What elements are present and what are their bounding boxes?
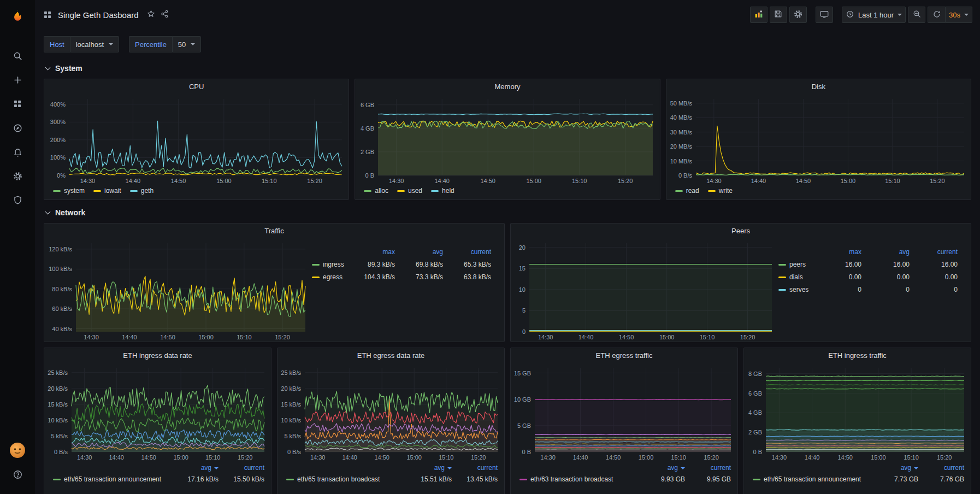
legend-value: 0: [910, 286, 958, 293]
sidebar-item-dashboards[interactable]: [5, 93, 30, 117]
cpu-graph[interactable]: 0%100%200%300%400%14:3014:4014:5015:0015…: [44, 95, 349, 185]
sidebar-item-create[interactable]: [5, 69, 30, 93]
legend-sort-avg[interactable]: avg: [866, 464, 918, 472]
variable-host: Host localhost: [44, 36, 119, 52]
legend-row: dials0.000.000.00: [778, 270, 958, 283]
user-profile-button[interactable]: [5, 439, 30, 463]
star-button[interactable]: [146, 9, 156, 21]
peers-graph[interactable]: 0510152014:3014:4014:5015:0015:1015:20: [511, 239, 778, 342]
legend-item[interactable]: used: [397, 187, 422, 195]
traffic-graph[interactable]: 40 kB/s60 kB/s80 kB/s100 kB/s120 kB/s14:…: [44, 239, 312, 342]
svg-text:50 MB/s: 50 MB/s: [670, 100, 692, 107]
legend-sort-max[interactable]: max: [347, 248, 395, 256]
eth-ingress-data-rate-graph[interactable]: 0 B/s5 kB/s10 kB/s15 kB/s20 kB/s25 kB/s1…: [44, 363, 271, 462]
legend-sort-max[interactable]: max: [813, 248, 861, 256]
panel-title[interactable]: ETH egress data rate: [278, 348, 504, 363]
eth-egress-traffic-graph[interactable]: 0 B5 GB10 GB15 GB14:3014:4014:5015:0015:…: [511, 363, 737, 462]
legend-sort-current[interactable]: current: [918, 464, 964, 472]
svg-text:14:40: 14:40: [751, 178, 766, 184]
panel-title[interactable]: Memory: [355, 79, 659, 95]
save-dashboard-button[interactable]: [770, 7, 787, 23]
add-panel-button[interactable]: [750, 7, 768, 23]
sidebar-item-search[interactable]: [5, 45, 30, 69]
svg-text:14:40: 14:40: [109, 454, 124, 461]
sidebar-item-explore[interactable]: [5, 117, 30, 141]
apps-icon: [13, 99, 22, 111]
network-panels-top: Traffic 40 kB/s60 kB/s80 kB/s100 kB/s120…: [44, 223, 971, 342]
variable-percentile-label[interactable]: Percentile: [129, 36, 172, 52]
legend-sort-avg[interactable]: avg: [861, 248, 910, 256]
legend-sort-current[interactable]: current: [443, 248, 491, 256]
svg-text:60 kB/s: 60 kB/s: [52, 305, 72, 312]
legend-sort-current[interactable]: current: [219, 464, 264, 472]
legend-item[interactable]: held: [431, 187, 454, 195]
legend-item[interactable]: geth: [130, 187, 154, 195]
legend-series-name[interactable]: eth/65 transaction broadcast: [286, 475, 399, 483]
grafana-logo[interactable]: [5, 5, 29, 30]
legend-series-name[interactable]: ingress: [312, 261, 347, 268]
svg-text:20 kB/s: 20 kB/s: [48, 385, 68, 392]
help-button[interactable]: [5, 463, 30, 487]
svg-text:400%: 400%: [50, 101, 66, 108]
panel-title[interactable]: Disk: [666, 79, 971, 95]
dashboard-title[interactable]: Single Geth Dasboard: [58, 10, 139, 20]
zoom-out-button[interactable]: [908, 7, 925, 23]
legend-item[interactable]: system: [53, 187, 85, 195]
compass-icon: [13, 123, 23, 136]
svg-text:14:50: 14:50: [481, 178, 496, 184]
variable-percentile-select[interactable]: 50: [172, 36, 201, 52]
panel-title[interactable]: ETH ingress data rate: [44, 348, 271, 363]
sidebar-item-configuration[interactable]: [5, 165, 30, 189]
variable-host-label[interactable]: Host: [44, 36, 70, 52]
legend-series-name[interactable]: eth/65 transaction announcement: [53, 475, 166, 483]
time-range-button[interactable]: Last 1 hour: [842, 7, 906, 23]
panel-title[interactable]: Traffic: [44, 224, 504, 239]
svg-text:15:10: 15:10: [439, 454, 454, 461]
legend-series-name[interactable]: peers: [778, 261, 813, 268]
legend-sort-current[interactable]: current: [452, 464, 498, 472]
legend-series-name[interactable]: serves: [778, 286, 813, 293]
svg-text:0 B/s: 0 B/s: [54, 449, 68, 455]
panel-title[interactable]: Peers: [511, 224, 971, 239]
legend-sort-current[interactable]: current: [685, 464, 731, 472]
panel-title[interactable]: ETH egress traffic: [511, 348, 737, 363]
variable-host-select[interactable]: localhost: [70, 36, 119, 52]
legend-sort-current[interactable]: current: [910, 248, 958, 256]
row-toggle-system[interactable]: System: [44, 61, 971, 75]
sidebar-item-alerting[interactable]: [5, 141, 30, 165]
legend-item[interactable]: write: [708, 187, 733, 195]
legend-value: 63.8 kB/s: [443, 273, 491, 281]
refresh-button[interactable]: [928, 7, 945, 23]
svg-text:15:00: 15:00: [840, 178, 855, 184]
memory-graph[interactable]: 0 B2 GB4 GB6 GB14:3014:4014:5015:0015:10…: [355, 95, 659, 185]
chevron-down-icon: [964, 14, 969, 16]
legend-value: 16.00: [813, 261, 861, 268]
refresh-interval-button[interactable]: 30s: [945, 7, 972, 23]
legend-value: 16.00: [861, 261, 910, 268]
legend-series-name[interactable]: eth/63 transaction broadcast: [519, 475, 633, 483]
eth-egress-data-rate-graph[interactable]: 0 B/s5 kB/s10 kB/s15 kB/s20 kB/s25 kB/s1…: [278, 363, 504, 462]
legend-item[interactable]: alloc: [364, 187, 388, 195]
legend-sort-avg[interactable]: avg: [166, 464, 219, 472]
legend-series-name[interactable]: dials: [778, 273, 813, 281]
share-button[interactable]: [160, 9, 169, 21]
svg-text:14:40: 14:40: [435, 178, 450, 184]
disk-graph[interactable]: 0 B/s10 MB/s20 MB/s30 MB/s40 MB/s50 MB/s…: [666, 95, 971, 185]
legend-sort-avg[interactable]: avg: [395, 248, 443, 256]
legend-series-name[interactable]: eth/65 transaction announcement: [753, 475, 866, 483]
row-toggle-network[interactable]: Network: [44, 205, 971, 220]
legend-series-name[interactable]: egress: [312, 273, 347, 281]
legend-item[interactable]: read: [675, 187, 699, 195]
legend-item[interactable]: iowait: [93, 187, 121, 195]
eth-ingress-traffic-graph[interactable]: 0 B2 GB4 GB6 GB8 GB14:3014:4014:5015:001…: [744, 363, 971, 462]
panel-title[interactable]: CPU: [44, 79, 349, 95]
tv-mode-button[interactable]: [816, 7, 833, 23]
peers-legend: maxavgcurrentpeers16.0016.0016.00dials0.…: [778, 239, 971, 342]
plus-icon: [13, 75, 23, 87]
sidebar-item-server-admin[interactable]: [5, 189, 30, 213]
dashboard-settings-button[interactable]: [789, 7, 807, 23]
legend-sort-avg[interactable]: avg: [399, 464, 452, 472]
svg-text:14:40: 14:40: [126, 178, 141, 184]
legend-sort-avg[interactable]: avg: [633, 464, 685, 472]
panel-title[interactable]: ETH ingress traffic: [744, 348, 971, 363]
